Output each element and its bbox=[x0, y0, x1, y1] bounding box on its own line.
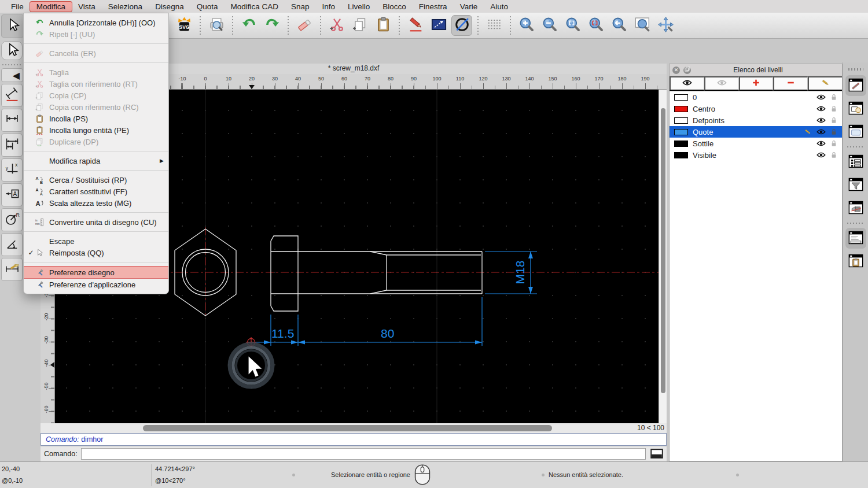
menubar-item-quota[interactable]: Quota bbox=[190, 2, 225, 12]
menu-item-caratteri-sostitutivi-ff[interactable]: AA Caratteri sostitutivi (FF) bbox=[24, 186, 168, 197]
distance-point-point-button[interactable] bbox=[428, 15, 449, 36]
vertical-scrollbar-thumb[interactable] bbox=[661, 108, 665, 393]
zoom-pan-button[interactable] bbox=[655, 15, 676, 36]
print-preview-button[interactable] bbox=[206, 15, 227, 36]
layer-color-swatch[interactable] bbox=[674, 106, 688, 112]
menubar-item-file[interactable]: File bbox=[5, 2, 30, 12]
layer-row-centro[interactable]: Centro bbox=[670, 103, 842, 114]
remove-layer-button[interactable] bbox=[773, 76, 808, 91]
dim-ordinate-button[interactable]: xy bbox=[1, 158, 23, 182]
zoom-auto-button[interactable] bbox=[562, 15, 583, 36]
layer-row-defpoints[interactable]: Defpoints bbox=[670, 114, 842, 126]
layer-color-swatch[interactable] bbox=[674, 152, 688, 158]
zoom-redraw-button[interactable] bbox=[609, 15, 630, 36]
menu-item-modifica-rapida[interactable]: Modifica rapida ▶ bbox=[24, 155, 168, 167]
select-options-tool-button[interactable] bbox=[1, 41, 23, 60]
edit-layer-button[interactable] bbox=[808, 76, 842, 91]
copy-button[interactable] bbox=[350, 15, 370, 36]
layer-visibility-icon[interactable] bbox=[816, 140, 826, 147]
add-layer-button[interactable] bbox=[739, 76, 774, 91]
menu-item-cerca-sostituisci-rp[interactable]: AB Cerca / Sostituisci (RP) bbox=[24, 174, 168, 186]
menu-item-ripeti-uu[interactable]: Ripeti [-] (UU) bbox=[24, 28, 168, 40]
menu-item-copia-con-riferimento-rc[interactable]: Copia con riferimento (RC) bbox=[24, 101, 168, 113]
dim-horizontal-button[interactable] bbox=[1, 109, 23, 132]
library-browser-toggle-button[interactable] bbox=[845, 121, 866, 142]
menu-item-cancella-er[interactable]: Cancella (ER) bbox=[24, 47, 168, 59]
zoom-out-button[interactable] bbox=[539, 15, 560, 36]
layer-lock-icon[interactable] bbox=[830, 140, 837, 147]
layer-row-quote[interactable]: Quote bbox=[670, 126, 842, 138]
undo-button[interactable] bbox=[238, 15, 259, 36]
menu-item-copia-cp[interactable]: Copia (CP) bbox=[24, 90, 168, 101]
show-all-layers-button[interactable] bbox=[670, 76, 704, 91]
layer-lock-icon[interactable] bbox=[830, 94, 837, 101]
menubar-item-aiuto[interactable]: Aiuto bbox=[484, 2, 514, 12]
keyboard-toggle-button[interactable] bbox=[650, 449, 663, 459]
vertical-scrollbar[interactable] bbox=[659, 90, 667, 423]
draw-pencil-button[interactable] bbox=[405, 15, 426, 36]
close-panel-button[interactable]: ✕ bbox=[672, 66, 680, 74]
menu-item-scala-altezza-testo-mg[interactable]: A Scala altezza testo (MG) bbox=[24, 197, 168, 209]
selection-filter-toggle-button[interactable] bbox=[845, 175, 866, 195]
layer-color-swatch[interactable] bbox=[674, 117, 688, 124]
command-line-panel-toggle-button[interactable] bbox=[845, 228, 866, 249]
menubar-item-modifica-cad[interactable]: Modifica CAD bbox=[224, 2, 285, 12]
clipboard-panel-toggle-button[interactable] bbox=[845, 251, 866, 272]
layer-visibility-icon[interactable] bbox=[816, 151, 826, 158]
circle-diameter-button[interactable] bbox=[451, 15, 472, 36]
layer-visibility-icon[interactable] bbox=[816, 128, 826, 135]
menu-item-preferenze-disegno[interactable]: Preferenze disegno bbox=[24, 266, 168, 279]
menubar-item-info[interactable]: Info bbox=[316, 2, 342, 12]
horizontal-scrollbar[interactable]: 10 < 100 bbox=[41, 423, 667, 433]
dim-angular-button[interactable] bbox=[1, 233, 23, 256]
command-input[interactable] bbox=[81, 448, 646, 460]
collapse-toolbar-button[interactable]: ◀ bbox=[1, 68, 23, 82]
menu-item-taglia[interactable]: Taglia bbox=[24, 66, 168, 78]
zoom-window-button[interactable] bbox=[632, 15, 653, 36]
dim-aligned-button[interactable] bbox=[1, 84, 23, 107]
menu-item-escape[interactable]: Escape bbox=[24, 235, 168, 247]
menubar-item-snap[interactable]: Snap bbox=[285, 2, 316, 12]
layer-lock-icon[interactable] bbox=[830, 105, 837, 112]
menu-item-duplicare-dp[interactable]: Duplicare (DP) bbox=[24, 136, 168, 147]
layer-row-visibile[interactable]: Visibile bbox=[670, 149, 842, 161]
float-panel-button[interactable] bbox=[683, 66, 691, 74]
menu-item-preferenze-d-applicazione[interactable]: Preferenze d'applicazione bbox=[24, 279, 168, 290]
select-tool-button[interactable] bbox=[1, 14, 24, 38]
horizontal-scrollbar-thumb[interactable] bbox=[143, 425, 552, 431]
menubar-item-livello[interactable]: Livello bbox=[341, 2, 376, 12]
layer-color-swatch[interactable] bbox=[674, 129, 688, 135]
layer-visibility-icon[interactable] bbox=[816, 94, 826, 101]
menubar-item-finestra[interactable]: Finestra bbox=[413, 2, 454, 12]
menubar-item-vista[interactable]: Vista bbox=[72, 2, 102, 12]
dim-regenerate-button[interactable] bbox=[1, 258, 23, 281]
layer-color-swatch[interactable] bbox=[674, 94, 688, 101]
dim-baseline-button[interactable] bbox=[1, 134, 23, 157]
layer-lock-icon[interactable] bbox=[830, 151, 837, 158]
cut-button[interactable] bbox=[326, 15, 347, 36]
menu-item-incolla-lungo-entit-pe[interactable]: Incolla lungo entità (PE) bbox=[24, 124, 168, 136]
erase-button[interactable] bbox=[294, 15, 315, 36]
layer-list-toggle-button[interactable] bbox=[845, 151, 866, 172]
dim-leader-button[interactable]: A bbox=[1, 183, 23, 206]
pen-palette-toggle-button[interactable] bbox=[845, 75, 866, 96]
block-list-toggle-button[interactable] bbox=[845, 98, 866, 119]
zoom-previous-button[interactable] bbox=[586, 15, 606, 36]
menubar-item-blocco[interactable]: Blocco bbox=[376, 2, 413, 12]
layer-lock-icon[interactable] bbox=[830, 117, 837, 124]
menubar-item-modifica[interactable]: Modifica bbox=[30, 2, 72, 12]
menu-item-reimposta-qq[interactable]: ✓ Reimposta (QQ) bbox=[24, 247, 168, 258]
command-trigger-toggle-button[interactable] bbox=[845, 198, 866, 219]
layer-row-0[interactable]: 0 bbox=[670, 91, 842, 103]
menubar-item-varie[interactable]: Varie bbox=[454, 2, 484, 12]
hide-all-layers-button[interactable] bbox=[704, 76, 739, 91]
menubar-item-disegna[interactable]: Disegna bbox=[149, 2, 190, 12]
svg-export-button[interactable]: SVG bbox=[174, 15, 194, 36]
layer-lock-icon[interactable] bbox=[830, 128, 837, 135]
layer-visibility-icon[interactable] bbox=[816, 105, 826, 112]
menu-item-annulla-orizzontale-dh-oo[interactable]: Annulla [Orizzontale (DH)] (OO) bbox=[24, 17, 168, 28]
zoom-in-button[interactable] bbox=[516, 15, 537, 36]
grid-toggle-button[interactable] bbox=[484, 15, 505, 36]
menu-item-incolla-ps[interactable]: Incolla (PS) bbox=[24, 113, 168, 124]
layer-color-swatch[interactable] bbox=[674, 141, 688, 147]
